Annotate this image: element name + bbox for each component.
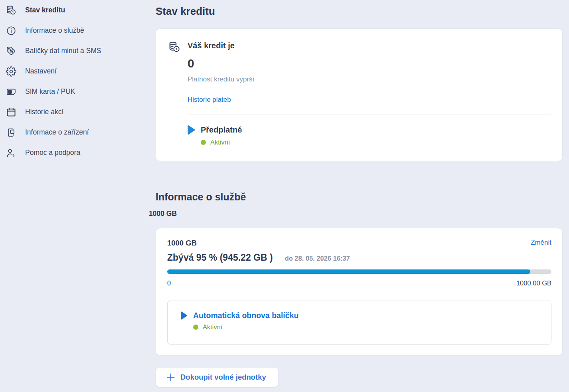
sidebar-item-stav-kreditu[interactable]: 1 Stav kreditu xyxy=(0,0,156,20)
sidebar-item-historie-akci[interactable]: Historie akcí xyxy=(0,102,156,122)
expand-triangle-icon xyxy=(181,311,187,320)
discount-tag-icon xyxy=(6,46,16,56)
plus-icon xyxy=(166,373,175,382)
credit-heading: Váš kredit je xyxy=(188,41,551,50)
sidebar-item-label: Pomoc a podpora xyxy=(25,148,80,157)
info-icon xyxy=(6,25,16,36)
auto-renewal-label: Automatická obnova balíčku xyxy=(193,311,298,320)
data-progress-fill xyxy=(167,269,530,274)
scale-min: 0 xyxy=(167,279,171,287)
service-card: 1000 GB Změnit Zbývá 95 % (945.22 GB ) d… xyxy=(156,228,563,356)
subscription-label: Předplatné xyxy=(201,125,242,135)
sidebar-item-label: SIM karta / PUK xyxy=(25,87,75,96)
credit-card: 1 Váš kredit je 0 Platnost kreditu vyprš… xyxy=(156,28,563,161)
calendar-icon xyxy=(6,107,16,117)
auto-renewal-status: Aktivní xyxy=(193,323,551,331)
gear-icon xyxy=(6,66,16,77)
credit-card-body: Váš kredit je 0 Platnost kreditu vyprší … xyxy=(188,41,551,161)
sim-card-icon xyxy=(6,86,16,97)
main-content: Stav kreditu 1 Váš kredit je 0 Platnost … xyxy=(156,0,563,387)
svg-text:?: ? xyxy=(12,153,14,158)
valid-until: do 28. 05. 2026 16:37 xyxy=(285,255,350,262)
credit-amount: 0 xyxy=(188,57,551,70)
status-dot-icon xyxy=(193,325,198,330)
auto-renewal-expander[interactable]: Automatická obnova balíčku xyxy=(181,311,551,320)
data-progress-bar xyxy=(167,269,551,274)
service-name: 1000 GB xyxy=(167,239,197,247)
sidebar-item-sim-karta-puk[interactable]: SIM karta / PUK xyxy=(0,81,156,102)
sidebar-item-informace-o-zarizeni[interactable]: Informace o zařízení xyxy=(0,122,156,143)
status-text: Aktivní xyxy=(203,323,223,331)
sidebar-item-nastaveni[interactable]: Nastavení xyxy=(0,61,156,81)
credit-expiry-label: Platnost kreditu vyprší xyxy=(188,75,551,83)
status-text: Aktivní xyxy=(210,139,230,146)
change-link[interactable]: Změnit xyxy=(531,239,551,247)
device-icon xyxy=(6,127,16,138)
auto-renewal-box: Automatická obnova balíčku Aktivní xyxy=(167,301,551,344)
service-subtitle: 1000 GB xyxy=(149,210,563,218)
coins-icon: 1 xyxy=(6,5,16,16)
scale-max: 1000.00 GB xyxy=(516,279,551,287)
sidebar-item-label: Balíčky dat minut a SMS xyxy=(25,47,101,55)
buy-units-label: Dokoupit volné jednotky xyxy=(180,373,266,382)
help-person-icon: ? xyxy=(6,147,16,158)
sidebar-item-label: Stav kreditu xyxy=(25,6,65,14)
sidebar-item-balicky[interactable]: Balíčky dat minut a SMS xyxy=(0,41,156,61)
buy-units-button[interactable]: Dokoupit volné jednotky xyxy=(156,367,279,387)
divider xyxy=(188,115,551,115)
sidebar-item-label: Nastavení xyxy=(25,67,57,75)
sidebar-item-label: Informace o zařízení xyxy=(25,128,89,137)
svg-text:1: 1 xyxy=(12,10,14,14)
expand-triangle-icon xyxy=(188,125,195,135)
sidebar-item-label: Informace o službě xyxy=(25,26,84,35)
svg-text:1: 1 xyxy=(176,47,178,51)
subscription-status: Aktivní xyxy=(201,139,551,146)
coins-icon: 1 xyxy=(168,41,188,161)
sidebar-item-pomoc-a-podpora[interactable]: ? Pomoc a podpora xyxy=(0,143,156,163)
remaining-amount: Zbývá 95 % (945.22 GB ) xyxy=(167,252,273,263)
service-section-title: Informace o službě xyxy=(156,191,563,203)
payment-history-link[interactable]: Historie plateb xyxy=(188,96,231,104)
sidebar-item-label: Historie akcí xyxy=(25,108,63,116)
sidebar-item-informace-o-sluzbe[interactable]: Informace o službě xyxy=(0,20,156,41)
sidebar: 1 Stav kreditu Informace o službě Balíčk… xyxy=(0,0,156,163)
page-title: Stav kreditu xyxy=(156,5,563,18)
status-dot-icon xyxy=(201,140,206,145)
subscription-expander[interactable]: Předplatné xyxy=(188,125,551,135)
